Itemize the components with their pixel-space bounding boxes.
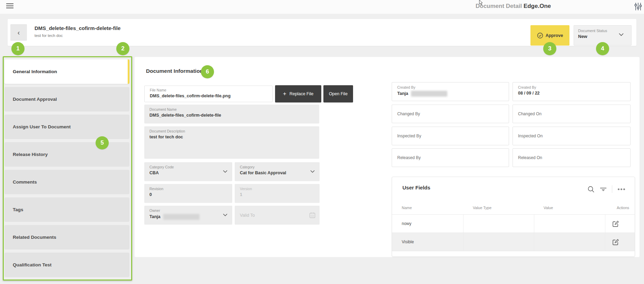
search-icon[interactable] bbox=[587, 186, 595, 193]
menu-icon[interactable] bbox=[6, 3, 13, 9]
back-button[interactable]: ‹ bbox=[10, 24, 27, 41]
edit-icon[interactable] bbox=[605, 233, 635, 251]
created-by-field: Created By Tanja bbox=[392, 82, 509, 101]
field-value: test for tech doc bbox=[149, 135, 314, 139]
field-label: Revision bbox=[149, 187, 227, 191]
sidebar-item-assign-user-to-document[interactable]: Assign User To Document bbox=[4, 115, 129, 139]
version-field: Version 1 bbox=[235, 184, 320, 203]
sidebar-item-label: Comments bbox=[13, 179, 37, 185]
field-value: DMS_delete-files_cofirm-delete-file.png bbox=[150, 94, 267, 98]
sidebar-item-label: Tags bbox=[13, 207, 23, 212]
mouse-cursor bbox=[479, 0, 484, 6]
changed-on-field: Changed On bbox=[513, 105, 631, 123]
changed-by-field: Changed By bbox=[392, 105, 509, 123]
field-value: 08 / 09 / 22 bbox=[518, 91, 625, 96]
sidebar-item-label: General Information bbox=[13, 69, 57, 74]
edit-icon[interactable] bbox=[605, 215, 635, 233]
sidebar-item-label: Release History bbox=[13, 152, 48, 157]
released-on-field: Released On bbox=[513, 148, 631, 167]
field-label: Document Description bbox=[149, 129, 314, 133]
column-header-value-type: Value Type bbox=[463, 202, 534, 214]
section-sidebar: General Information Document Approval As… bbox=[4, 57, 131, 280]
calendar-icon bbox=[309, 212, 315, 218]
approve-check-icon bbox=[537, 32, 543, 39]
cell-value-type bbox=[463, 215, 534, 233]
replace-file-label: Replace File bbox=[290, 91, 313, 96]
cell-value-type bbox=[463, 233, 534, 251]
sidebar-item-qualification-test[interactable]: Qualification Test bbox=[4, 253, 129, 277]
cell-name: nowy bbox=[392, 215, 463, 233]
category-dropdown[interactable]: Category Cat for Basic Approval bbox=[235, 162, 320, 181]
more-icon[interactable] bbox=[617, 187, 626, 192]
sidebar-item-release-history[interactable]: Release History bbox=[4, 142, 129, 167]
brand-name: Edge.One bbox=[524, 3, 551, 9]
field-label: Released By bbox=[397, 155, 421, 160]
category-code-dropdown[interactable]: Category Code CBA bbox=[144, 162, 232, 181]
field-value: Cat for Basic Approval bbox=[240, 170, 314, 175]
field-value: CBA bbox=[149, 170, 227, 175]
filter-icon[interactable] bbox=[599, 186, 607, 193]
field-value: 0 bbox=[149, 192, 227, 197]
sidebar-item-general-information[interactable]: General Information bbox=[4, 59, 129, 84]
chevron-down-icon bbox=[223, 214, 227, 216]
status-label: Document Status bbox=[578, 29, 627, 33]
user-fields-title: User Fields bbox=[402, 185, 430, 190]
owner-dropdown[interactable]: Owner Tanja bbox=[144, 206, 232, 225]
chevron-down-icon bbox=[310, 170, 315, 173]
document-name-field[interactable]: Document Name DMS_delete-files_cofirm-de… bbox=[144, 105, 319, 124]
field-label: Released On bbox=[518, 155, 542, 160]
table-row[interactable]: Visible bbox=[392, 233, 635, 251]
document-title: DMS_delete-files_cofirm-delete-file bbox=[35, 25, 120, 31]
field-label: Category Code bbox=[149, 165, 227, 169]
plus-icon: + bbox=[283, 90, 286, 97]
field-label: Inspected On bbox=[518, 134, 543, 138]
field-label: Version bbox=[240, 187, 314, 191]
annotation-badge-6: 6 bbox=[201, 65, 214, 78]
cell-name: Visible bbox=[392, 233, 463, 251]
field-label: Inspected By bbox=[397, 134, 421, 138]
document-subtitle: test for tech doc bbox=[35, 33, 63, 38]
section-heading: Document Information bbox=[146, 68, 203, 74]
redacted-text bbox=[411, 91, 447, 97]
inspected-by-field: Inspected By bbox=[392, 127, 509, 145]
toolbar-divider bbox=[612, 185, 612, 193]
settings-icon[interactable] bbox=[634, 2, 642, 11]
sidebar-item-label: Document Approval bbox=[13, 97, 57, 102]
document-description-field[interactable]: Document Description test for tech doc bbox=[144, 126, 319, 159]
field-label: Created By bbox=[397, 85, 504, 89]
top-bar: Document Detail Edge.One bbox=[0, 0, 644, 14]
sidebar-item-tags[interactable]: Tags bbox=[4, 197, 129, 222]
valid-to-datepicker: Valid To bbox=[235, 206, 320, 225]
annotation-badge-1: 1 bbox=[11, 42, 25, 55]
field-label: Category bbox=[240, 165, 314, 169]
user-fields-table-header: Name Value Type Value Actions bbox=[392, 202, 635, 214]
field-label: Document Name bbox=[149, 107, 314, 111]
annotation-badge-2: 2 bbox=[116, 42, 129, 55]
chevron-down-icon bbox=[619, 33, 624, 36]
replace-file-button[interactable]: + Replace File bbox=[275, 85, 321, 102]
annotation-badge-4: 4 bbox=[596, 42, 609, 55]
cell-value bbox=[534, 233, 605, 251]
back-icon: ‹ bbox=[18, 29, 20, 36]
sidebar-item-related-documents[interactable]: Related Documents bbox=[4, 225, 129, 249]
released-by-field: Released By bbox=[392, 148, 509, 167]
open-file-button[interactable]: Open File bbox=[323, 85, 353, 102]
sidebar-item-label: Related Documents bbox=[13, 235, 56, 240]
app-title: Document Detail Edge.One bbox=[476, 3, 551, 10]
file-name-field: File Name DMS_delete-files_cofirm-delete… bbox=[144, 86, 273, 102]
user-fields-card: User Fields Name Value Type Value Action… bbox=[392, 177, 635, 257]
column-header-actions: Actions bbox=[605, 202, 635, 214]
sidebar-item-document-approval[interactable]: Document Approval bbox=[4, 87, 129, 111]
redacted-text bbox=[163, 214, 199, 220]
field-label: Changed On bbox=[518, 111, 541, 116]
approve-label: Approve bbox=[546, 33, 563, 38]
created-on-field: Created By 08 / 09 / 22 bbox=[513, 82, 631, 101]
sidebar-item-comments[interactable]: Comments bbox=[4, 170, 129, 194]
sidebar-item-label: Qualification Test bbox=[13, 262, 51, 267]
field-placeholder: Valid To bbox=[240, 213, 255, 218]
table-row[interactable]: nowy bbox=[392, 214, 635, 233]
inspected-on-field: Inspected On bbox=[513, 127, 631, 145]
document-detail-screen: Document Detail Edge.One ‹ DMS_delete-fi… bbox=[0, 0, 644, 284]
document-header: ‹ DMS_delete-files_cofirm-delete-file te… bbox=[8, 19, 636, 46]
field-label: Changed By bbox=[397, 111, 420, 116]
